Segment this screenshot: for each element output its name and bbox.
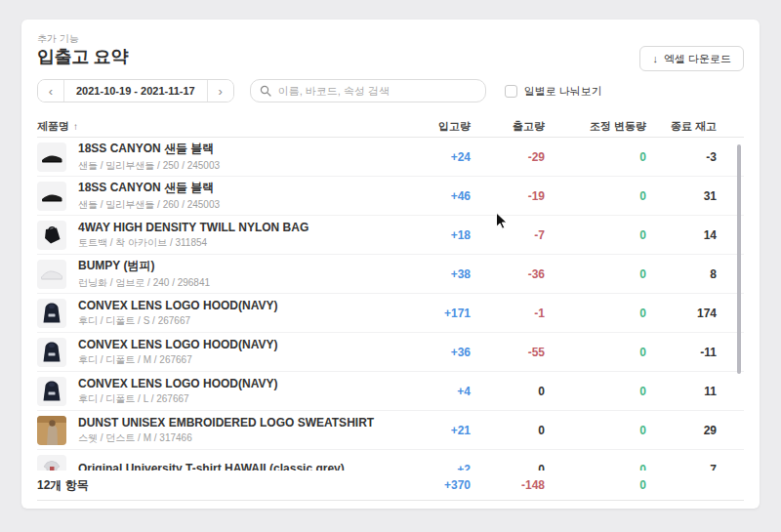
product-name: 18SS CANYON 샌들 블랙 [78,180,220,196]
table-row[interactable]: 18SS CANYON 샌들 블랙 샌들 / 밀리부샌들 / 250 / 245… [37,138,744,177]
product-name: Original University T-shirt HAWAII (clas… [78,462,345,471]
stock-qty: -11 [646,346,717,359]
sort-asc-icon: ↑ [73,121,78,132]
sneaker-white-thumbnail [37,260,66,289]
vertical-scrollbar[interactable] [737,144,741,374]
adjustment-qty: 0 [545,385,646,398]
table-row[interactable]: Original University T-shirt HAWAII (clas… [37,450,744,471]
inbound-qty: +38 [392,267,471,281]
adjustment-qty: 0 [545,150,646,164]
outbound-qty: -19 [471,189,545,203]
download-icon: ↓ [652,53,658,64]
product-meta: 후디 / 디폴트 / M / 267667 [78,353,277,367]
page-title: 입출고 요약 [37,45,128,68]
outbound-qty: -29 [471,150,545,164]
excel-download-label: 엑셀 다운로드 [664,52,731,66]
inbound-qty: +171 [392,307,471,320]
bag-black-thumbnail [37,221,66,250]
tshirt-grey-thumbnail [37,455,66,471]
chevron-left-icon: ‹ [49,84,53,99]
stock-qty: 31 [646,189,717,203]
table-row[interactable]: DUNST UNISEX EMBROIDERED LOGO SWEATSHIRT… [37,411,744,450]
product-name: DUNST UNISEX EMBROIDERED LOGO SWEATSHIRT [78,416,374,430]
product-name: CONVEX LENS LOGO HOOD(NAVY) [78,299,277,312]
column-header-product[interactable]: 제품명 ↑ [37,119,392,134]
stock-qty: 11 [646,385,717,398]
chevron-right-icon: › [219,84,223,99]
table-row[interactable]: CONVEX LENS LOGO HOOD(NAVY) 후디 / 디폴트 / S… [37,294,744,333]
product-name: 4WAY HIGH DENSITY TWILL NYLON BAG [78,221,308,234]
inbound-qty: +24 [392,150,471,164]
summary-panel: 추가 기능 입출고 요약 ↓ 엑셀 다운로드 ‹ 2021-10-19 - 20… [21,20,760,509]
table-row[interactable]: CONVEX LENS LOGO HOOD(NAVY) 후디 / 디폴트 / M… [37,333,744,372]
inbound-qty: +4 [392,385,471,398]
stock-qty: 8 [646,267,717,281]
total-outbound: -148 [471,478,545,492]
photo-tan-thumbnail [37,416,66,445]
outbound-qty: -55 [471,346,545,359]
product-meta: 런닝화 / 엄브로 / 240 / 296841 [78,276,210,290]
outbound-qty: 0 [471,463,545,471]
product-meta: 후디 / 디폴트 / S / 267667 [78,314,277,328]
table-row[interactable]: CONVEX LENS LOGO HOOD(NAVY) 후디 / 디폴트 / L… [37,372,744,411]
outbound-qty: -1 [471,307,545,320]
search-icon [260,85,271,97]
inbound-qty: +18 [392,228,471,242]
hoodie-navy-thumbnail [37,338,66,367]
item-count: 12개 항목 [37,477,392,494]
product-meta: 샌들 / 밀리부샌들 / 260 / 245003 [78,198,220,212]
adjustment-qty: 0 [545,189,646,203]
total-inbound: +370 [392,478,471,492]
date-prev-button[interactable]: ‹ [38,80,64,102]
total-adjustment: 0 [545,478,646,492]
eyebrow-label: 추가 기능 [37,32,79,46]
outbound-qty: 0 [471,385,545,398]
inbound-qty: +21 [392,424,471,437]
outbound-qty: -36 [471,267,545,281]
stock-qty: -3 [646,150,717,164]
adjustment-qty: 0 [545,424,646,437]
sandal-black-thumbnail [37,182,66,211]
daily-split-label: 일별로 나눠보기 [524,84,602,99]
date-range-picker: ‹ 2021-10-19 - 2021-11-17 › [37,79,234,102]
column-header-adjustment: 조정 변동량 [545,119,646,134]
sandal-black-thumbnail [37,143,66,172]
inbound-qty: +46 [392,189,471,203]
table-row[interactable]: 4WAY HIGH DENSITY TWILL NYLON BAG 토트백 / … [37,216,744,255]
search-box [250,79,486,102]
search-input[interactable] [278,85,476,97]
table-row[interactable]: BUMPY (범피) 런닝화 / 엄브로 / 240 / 296841 +38 … [37,255,744,294]
outbound-qty: 0 [471,424,545,437]
table-footer: 12개 항목 +370 -148 0 [37,471,744,501]
inbound-qty: +2 [392,463,471,471]
adjustment-qty: 0 [545,346,646,359]
date-next-button[interactable]: › [207,80,233,102]
hoodie-navy-thumbnail [37,377,66,406]
stock-qty: 14 [646,228,717,242]
inbound-qty: +36 [392,346,471,359]
excel-download-button[interactable]: ↓ 엑셀 다운로드 [639,46,744,71]
column-header-inbound: 입고량 [392,119,471,134]
daily-split-toggle[interactable]: 일별로 나눠보기 [505,84,602,99]
product-name: CONVEX LENS LOGO HOOD(NAVY) [78,338,277,351]
product-name: BUMPY (범피) [78,258,210,274]
product-name: CONVEX LENS LOGO HOOD(NAVY) [78,377,277,390]
product-meta: 샌들 / 밀리부샌들 / 250 / 245003 [78,159,220,173]
adjustment-qty: 0 [545,307,646,320]
stock-qty: 174 [646,307,717,320]
adjustment-qty: 0 [545,267,646,281]
date-range-display[interactable]: 2021-10-19 - 2021-11-17 [64,80,207,102]
hoodie-navy-thumbnail [37,299,66,328]
column-header-outbound: 출고량 [471,119,545,134]
outbound-qty: -7 [471,228,545,242]
controls-bar: ‹ 2021-10-19 - 2021-11-17 › 일별로 나눠보기 [37,79,602,102]
column-header-stock: 종료 재고 [646,119,717,134]
table-header: 제품명 ↑ 입고량 출고량 조정 변동량 종료 재고 [37,115,744,138]
product-meta: 후디 / 디폴트 / L / 267667 [78,392,277,406]
table-row[interactable]: 18SS CANYON 샌들 블랙 샌들 / 밀리부샌들 / 260 / 245… [37,177,744,216]
product-meta: 스웻 / 던스트 / M / 317466 [78,431,374,445]
adjustment-qty: 0 [545,228,646,242]
product-name: 18SS CANYON 샌들 블랙 [78,141,220,157]
daily-split-checkbox[interactable] [505,85,517,98]
stock-qty: 29 [646,424,717,437]
